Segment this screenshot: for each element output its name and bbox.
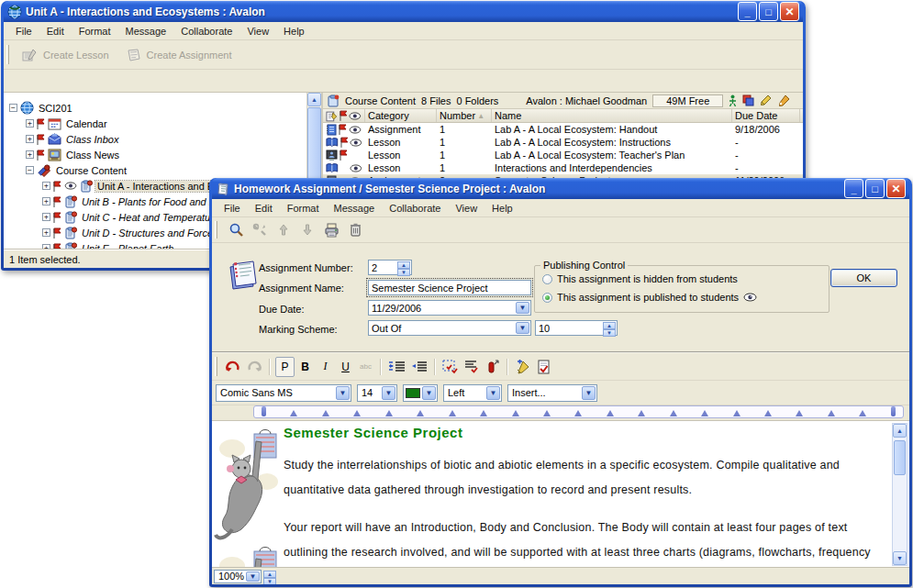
- outdent-icon[interactable]: [408, 357, 429, 377]
- ruler-tab-stop[interactable]: [322, 410, 329, 416]
- hidden-option-radio[interactable]: This assignment is hidden from students: [542, 273, 738, 284]
- ruler-tab-stop[interactable]: [290, 410, 297, 416]
- ruler-tab-stop[interactable]: [638, 410, 645, 416]
- chevron-down-icon[interactable]: ▼: [486, 386, 500, 400]
- menu-view[interactable]: View: [240, 24, 275, 39]
- key-icon[interactable]: [777, 94, 790, 106]
- chevron-down-icon[interactable]: ▼: [582, 386, 596, 400]
- menu-format[interactable]: Format: [72, 24, 117, 39]
- maximize-button[interactable]: □: [759, 2, 778, 21]
- ruler-tab-stop[interactable]: [796, 410, 803, 416]
- maximize-button[interactable]: □: [865, 179, 885, 198]
- minimize-button[interactable]: _: [738, 2, 757, 21]
- field-insert-icon[interactable]: [483, 357, 502, 377]
- assignment-number-stepper[interactable]: 2 ▲▼: [368, 260, 412, 275]
- create-assignment-button[interactable]: Create Assignment: [117, 45, 240, 65]
- column-header-due[interactable]: Due Date: [732, 109, 800, 122]
- ruler-tab-stop[interactable]: [859, 410, 866, 416]
- course-window-titlebar[interactable]: Unit A - Interactions and Ecosystems : A…: [4, 1, 803, 22]
- select-objects-icon[interactable]: [440, 357, 461, 377]
- ruler-tab-stop[interactable]: [480, 410, 487, 416]
- underline-button[interactable]: U: [336, 357, 355, 377]
- ruler-tab-stop[interactable]: [417, 410, 424, 416]
- radio-icon[interactable]: [542, 274, 552, 284]
- assignment-window-titlebar[interactable]: Homework Assignment / Semester Science P…: [212, 178, 909, 199]
- arrow-up-icon[interactable]: [273, 220, 294, 240]
- zoom-level-combo[interactable]: 100% ▼: [214, 570, 262, 583]
- expand-icon[interactable]: +: [42, 197, 50, 205]
- ruler-tab-stop[interactable]: [543, 410, 551, 416]
- rich-text-editor[interactable]: Semester Science Project Study the inter…: [212, 420, 909, 568]
- menu-message[interactable]: Message: [328, 201, 382, 216]
- menu-help[interactable]: Help: [277, 24, 311, 39]
- toolbar-grip[interactable]: [215, 357, 217, 375]
- tree-item-label[interactable]: SCI201: [37, 103, 74, 114]
- table-row[interactable]: Lesson1Lab A - A Local Ecosystem: Teache…: [323, 149, 803, 161]
- tree-item-label[interactable]: Course Content: [54, 165, 128, 176]
- indent-icon[interactable]: [386, 357, 407, 377]
- toolbar-grip[interactable]: [6, 45, 9, 65]
- tree-item-label[interactable]: Unit E - Planet Earth: [80, 243, 175, 250]
- tree-item-label[interactable]: Unit C - Heat and Temperature: [80, 212, 221, 223]
- spin-up-icon[interactable]: ▲: [263, 571, 276, 578]
- tree-item-label[interactable]: Calendar: [64, 118, 109, 129]
- marking-scheme-combo[interactable]: Out Of ▼: [368, 320, 531, 336]
- table-row[interactable]: Assignment1Lab A - A Local Ecosystem: Ha…: [323, 123, 803, 136]
- zoom-stepper[interactable]: ▲▼: [263, 570, 276, 583]
- ruler-right-marker[interactable]: [891, 406, 896, 416]
- table-row[interactable]: Lesson1Lab A - A Local Ecosystem: Instru…: [323, 136, 803, 149]
- chevron-down-icon[interactable]: ▼: [516, 302, 529, 314]
- tree-item[interactable]: +Calendar: [6, 116, 306, 131]
- tree-scroll-up-icon[interactable]: ▲: [307, 93, 321, 106]
- ok-button[interactable]: OK: [830, 269, 897, 287]
- create-lesson-button[interactable]: Create Lesson: [14, 45, 117, 65]
- column-header-name[interactable]: Name: [492, 109, 732, 122]
- trash-icon[interactable]: [345, 220, 365, 240]
- ruler-left-marker[interactable]: [262, 406, 266, 416]
- ruler-tab-stop[interactable]: [574, 410, 582, 416]
- spin-down-icon[interactable]: ▼: [603, 329, 616, 337]
- redo-icon[interactable]: [244, 357, 264, 377]
- ruler-tab-stop[interactable]: [607, 410, 614, 416]
- list-check-icon[interactable]: [462, 357, 482, 377]
- layers-icon[interactable]: [742, 94, 755, 106]
- italic-button[interactable]: I: [316, 357, 335, 377]
- tree-item-label[interactable]: Class Inbox: [64, 134, 120, 145]
- menu-file[interactable]: File: [217, 201, 247, 216]
- menu-format[interactable]: Format: [281, 201, 326, 216]
- expand-icon[interactable]: +: [42, 228, 50, 237]
- ruler-tab-stop[interactable]: [385, 410, 393, 416]
- ruler-tab-stop[interactable]: [512, 410, 519, 416]
- published-option-radio[interactable]: This assignment is published to students: [542, 292, 757, 303]
- expand-icon[interactable]: +: [42, 182, 50, 190]
- column-header-number[interactable]: Number▲: [437, 109, 492, 122]
- editor-scrollbar[interactable]: ▲ ▼: [892, 423, 907, 566]
- print-icon[interactable]: [321, 220, 341, 240]
- expand-icon[interactable]: +: [26, 119, 34, 128]
- radio-checked-icon[interactable]: [542, 293, 552, 303]
- font-family-combo[interactable]: Comic Sans MS ▼: [216, 384, 351, 402]
- menu-view[interactable]: View: [449, 201, 484, 216]
- ruler-tab-stop[interactable]: [670, 410, 677, 416]
- font-color-combo[interactable]: ▼: [403, 384, 438, 402]
- ruler-tab-stop[interactable]: [733, 410, 740, 416]
- chevron-down-icon[interactable]: ▼: [336, 386, 350, 400]
- expand-icon[interactable]: +: [42, 213, 50, 221]
- tree-item-label[interactable]: Unit D - Structures and Forces: [80, 227, 220, 239]
- spin-down-icon[interactable]: ▼: [397, 269, 410, 276]
- chevron-down-icon[interactable]: ▼: [422, 386, 436, 400]
- chevron-down-icon[interactable]: ▼: [516, 322, 529, 334]
- lead-columns-header[interactable]: [323, 109, 365, 122]
- menu-help[interactable]: Help: [485, 201, 519, 216]
- toolbar-grip[interactable]: [215, 221, 217, 239]
- editor-scroll-thumb[interactable]: [894, 440, 906, 475]
- menu-collaborate[interactable]: Collaborate: [174, 24, 239, 39]
- ruler-tab-stop[interactable]: [764, 410, 772, 416]
- table-row[interactable]: Lesson1Interactions and Interdependencie…: [323, 161, 803, 174]
- ruler-tab-stop[interactable]: [828, 410, 835, 416]
- column-header-category[interactable]: Category: [365, 109, 437, 122]
- pencil-icon[interactable]: [761, 94, 772, 106]
- ruler-tab-stop[interactable]: [449, 410, 456, 416]
- bold-button[interactable]: B: [295, 357, 315, 377]
- user-icon[interactable]: [729, 94, 737, 106]
